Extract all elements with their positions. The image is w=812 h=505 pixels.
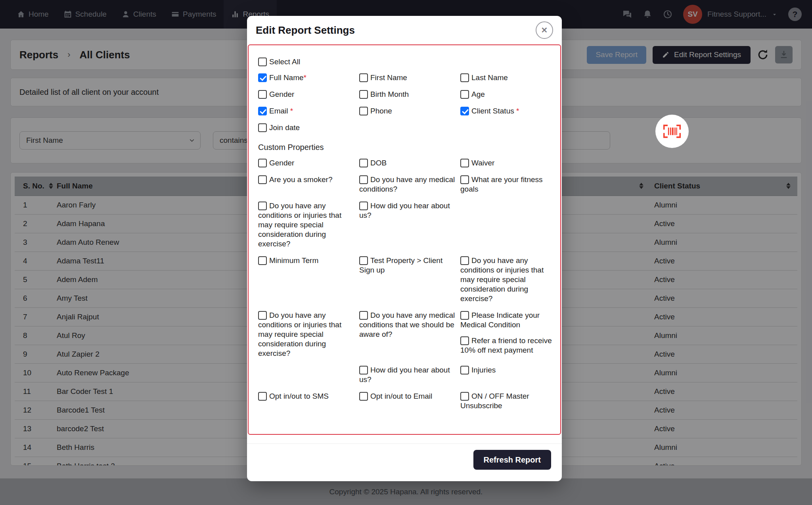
- barcode-scan-spotlight[interactable]: [655, 115, 689, 148]
- custom-field-checkbox[interactable]: Do you have any medical conditions?: [359, 175, 456, 194]
- report-field-checkbox[interactable]: Age: [460, 90, 557, 99]
- checkbox: [460, 159, 469, 167]
- custom-field-checkbox[interactable]: Do you have any conditions or injuries t…: [258, 201, 355, 249]
- checkbox: [258, 123, 267, 132]
- custom-field-checkbox[interactable]: ON / OFF Master Unsubscribe: [460, 392, 557, 411]
- select-all-checkbox[interactable]: Select All: [258, 57, 557, 67]
- checkbox: [460, 311, 469, 320]
- checkbox: [258, 311, 267, 320]
- checkbox: [359, 159, 368, 167]
- custom-field-checkbox[interactable]: Are you a smoker?: [258, 175, 355, 184]
- report-field-checkbox[interactable]: Full Name*: [258, 73, 355, 83]
- checkbox: [359, 366, 368, 374]
- checkbox: [258, 175, 267, 184]
- custom-field-checkbox[interactable]: Please Indicate your Medical Condition R…: [460, 311, 557, 355]
- checkbox: [359, 392, 368, 401]
- checkbox: [460, 336, 469, 345]
- custom-field-checkbox[interactable]: How did you hear about us?: [359, 201, 456, 220]
- modal-footer-divider: [247, 444, 562, 444]
- checkbox: [258, 256, 267, 265]
- report-field-checkbox[interactable]: Phone: [359, 106, 456, 116]
- checkbox: [359, 90, 368, 99]
- checkbox: [460, 366, 469, 374]
- custom-properties-heading: Custom Properties: [258, 143, 557, 152]
- checkbox: [460, 175, 469, 184]
- report-fields-box: Select All Full Name* First Name Last Na…: [248, 44, 561, 435]
- custom-field-checkbox[interactable]: Injuries: [460, 365, 557, 375]
- checkbox: [258, 58, 267, 66]
- checkbox: [258, 90, 267, 99]
- custom-field-checkbox[interactable]: How did you hear about us?: [359, 365, 456, 384]
- close-icon[interactable]: ✕: [536, 21, 553, 39]
- required-asterisk: *: [514, 107, 519, 115]
- refresh-report-button[interactable]: Refresh Report: [473, 450, 551, 470]
- checkbox: [258, 107, 267, 115]
- checkbox: [460, 107, 469, 115]
- custom-field-checkbox[interactable]: Minimum Term: [258, 256, 355, 265]
- custom-field-checkbox[interactable]: What are your fitness goals: [460, 175, 557, 194]
- report-field-checkbox[interactable]: Last Name: [460, 73, 557, 83]
- report-field-checkbox[interactable]: Birth Month: [359, 90, 456, 99]
- custom-fields-grid: Gender DOB Waiver Are you a smoker?: [258, 158, 557, 411]
- checkbox: [359, 256, 368, 265]
- report-field-checkbox[interactable]: Gender: [258, 90, 355, 99]
- checkbox: [460, 256, 469, 265]
- required-asterisk: *: [288, 107, 293, 115]
- custom-field-checkbox[interactable]: Test Property > Client Sign up: [359, 256, 456, 275]
- checkbox: [359, 73, 368, 82]
- checkbox: [460, 90, 469, 99]
- custom-field-checkbox[interactable]: Do you have any conditions or injuries t…: [460, 256, 557, 303]
- checkbox: [460, 73, 469, 82]
- report-field-checkbox[interactable]: Join date: [258, 123, 355, 132]
- custom-field-checkbox[interactable]: Waiver: [460, 158, 557, 168]
- checkbox: [359, 202, 368, 210]
- custom-field-checkbox[interactable]: DOB: [359, 158, 456, 168]
- modal-title: Edit Report Settings: [256, 24, 355, 36]
- checkbox: [258, 73, 267, 82]
- report-field-checkbox[interactable]: First Name: [359, 73, 456, 83]
- custom-field-checkbox[interactable]: Do you have any conditions or injuries t…: [258, 311, 355, 358]
- report-field-checkbox[interactable]: Client Status *: [460, 106, 557, 116]
- report-field-checkbox[interactable]: Email *: [258, 106, 355, 116]
- checkbox: [359, 107, 368, 115]
- checkbox: [258, 159, 267, 167]
- checkbox: [258, 202, 267, 210]
- barcode-icon: [663, 124, 681, 138]
- custom-field-checkbox[interactable]: Gender: [258, 158, 355, 168]
- edit-report-settings-modal: Edit Report Settings ✕ Select All Full N…: [247, 16, 562, 481]
- checkbox: [258, 392, 267, 401]
- checkbox: [359, 311, 368, 320]
- checkbox: [359, 175, 368, 184]
- custom-field-checkbox[interactable]: Opt in/out to Email: [359, 392, 456, 401]
- custom-field-checkbox[interactable]: Do you have any medical conditions that …: [359, 311, 456, 339]
- checkbox: [460, 392, 469, 401]
- custom-field-checkbox[interactable]: Opt in/out to SMS: [258, 392, 355, 401]
- standard-fields-grid: Full Name* First Name Last Name Gender B…: [258, 73, 557, 132]
- required-asterisk: *: [304, 73, 306, 82]
